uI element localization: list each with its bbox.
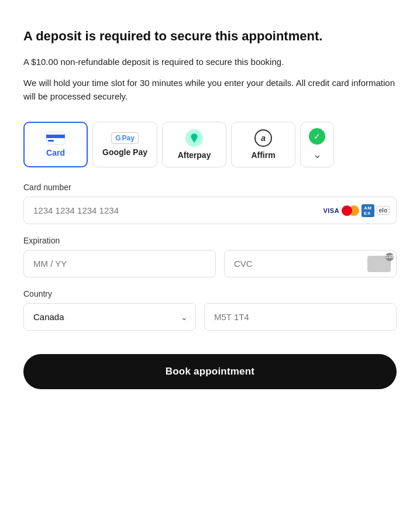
- country-label: Country: [23, 289, 397, 298]
- elo-logo: elo: [377, 206, 390, 215]
- card-number-label: Card number: [23, 183, 397, 192]
- country-select-wrapper: Canada United States United Kingdom Aust…: [23, 303, 196, 331]
- svg-rect-2: [48, 140, 54, 142]
- page-title: A deposit is required to secure this app…: [23, 28, 397, 45]
- card-number-input-wrapper: VISA AMEX elo: [23, 197, 397, 224]
- book-appointment-button[interactable]: Book appointment: [23, 354, 397, 389]
- card-number-field-group: Card number VISA AMEX elo: [23, 183, 397, 224]
- deposit-subtitle: A $10.00 non-refundable deposit is requi…: [23, 56, 397, 69]
- expiry-row: 135: [23, 250, 397, 277]
- tab-more[interactable]: ✓ ⌄: [300, 122, 334, 167]
- card-icon: [46, 132, 65, 145]
- country-field-group: Country Canada United States United King…: [23, 289, 397, 331]
- cvc-wrapper: 135: [224, 250, 397, 277]
- afterpay-icon: [185, 129, 203, 147]
- page-container: A deposit is required to secure this app…: [0, 0, 420, 515]
- tab-affirm[interactable]: a Affirm: [231, 122, 295, 167]
- affirm-icon: a: [254, 129, 272, 147]
- tab-googlepay-label: Google Pay: [102, 147, 147, 157]
- gpay-icon: GPay: [111, 132, 139, 144]
- visa-logo: VISA: [323, 207, 339, 214]
- cvc-badge: 135: [385, 253, 394, 261]
- tab-card-label: Card: [46, 148, 65, 157]
- postal-code-input[interactable]: [204, 303, 397, 331]
- expiration-field-group: Expiration 135: [23, 236, 397, 277]
- amex-logo: AMEX: [362, 204, 374, 217]
- tab-afterpay[interactable]: Afterpay: [162, 122, 226, 167]
- time-slot-note: We will hold your time slot for 30 minut…: [23, 77, 397, 103]
- svg-rect-1: [46, 135, 65, 138]
- check-circle-icon: ✓: [309, 128, 325, 145]
- tab-card[interactable]: Card: [23, 122, 88, 167]
- country-row: Canada United States United Kingdom Aust…: [23, 303, 397, 331]
- tab-afterpay-label: Afterpay: [178, 150, 211, 160]
- expiry-input[interactable]: [23, 250, 216, 277]
- expiration-label: Expiration: [23, 236, 397, 245]
- mastercard-logo: [342, 205, 359, 216]
- tab-affirm-label: Affirm: [251, 150, 275, 160]
- card-logos: VISA AMEX elo: [323, 204, 390, 217]
- payment-tabs: Card GPay Google Pay Afterpay a Affirm ✓…: [23, 122, 397, 167]
- country-select[interactable]: Canada United States United Kingdom Aust…: [23, 303, 196, 331]
- chevron-down-icon: ⌄: [313, 148, 322, 161]
- cvc-card-icon: 135: [367, 256, 391, 272]
- tab-google-pay[interactable]: GPay Google Pay: [92, 122, 157, 167]
